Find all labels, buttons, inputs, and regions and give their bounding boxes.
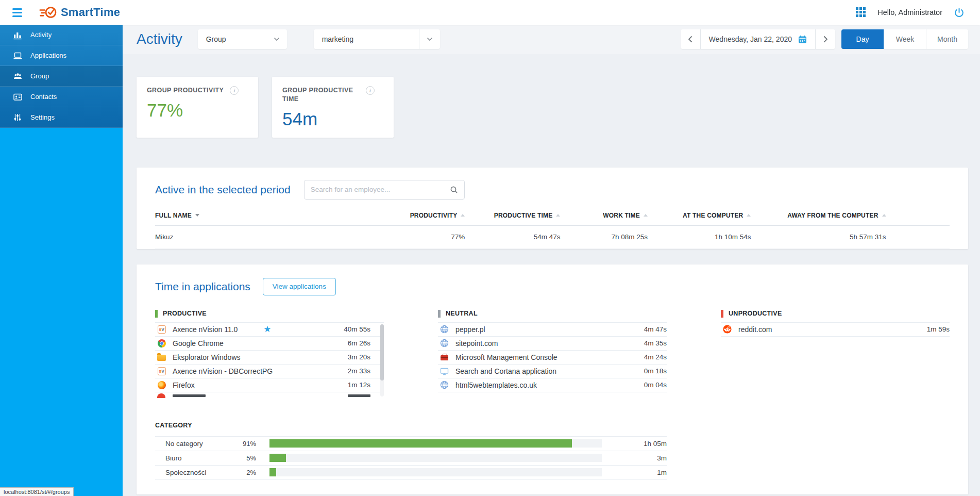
globe-icon [440,339,449,348]
next-day-button[interactable] [816,29,835,49]
calendar-icon[interactable] [798,35,807,44]
app-row[interactable]: Eksplorator Windows 3m 20s [155,351,384,365]
column-header-full-name[interactable]: FULL NAME [155,205,362,226]
info-icon[interactable]: i [366,86,375,95]
employees-table: FULL NAME PRODUCTIVITY PRODUCTIVE TIME W… [155,205,950,249]
sidebar-item-label: Contacts [30,93,57,101]
kpi-card-group-productivity: GROUP PRODUCTIVITY i 77% [137,77,258,138]
app-row[interactable]: sitepoint.com 4m 35s [438,337,667,351]
search-input[interactable] [311,186,450,193]
scope-select-value: Group [198,35,266,43]
brand-name: SmartTime [61,6,120,19]
info-icon[interactable]: i [230,86,239,95]
sort-asc-icon [556,214,560,217]
table-row[interactable]: Mikuz77%54m 47s7h 08m 25s1h 10m 54s5h 57… [155,225,950,249]
apps-grid-icon[interactable] [856,7,866,18]
category-bar [269,439,602,448]
scrollbar[interactable] [380,324,384,396]
sidebar-menu: Activity Applications Group Contacts Set… [0,25,123,128]
table-header-row: FULL NAME PRODUCTIVITY PRODUCTIVE TIME W… [155,205,950,226]
app-row[interactable]: Google Chrome 6m 26s [155,337,384,351]
sidebar-item-activity[interactable]: Activity [0,25,123,45]
active-period-card: Active in the selected period FULL NAME … [137,168,968,249]
view-toggle: DayWeekMonth [841,29,968,49]
favorite-star-icon[interactable]: ★ [263,325,271,334]
category-label: Biuro [155,454,227,462]
column-header-at-the-computer[interactable]: AT THE COMPUTER [648,205,751,226]
logout-power-icon[interactable] [954,7,965,18]
previous-day-button[interactable] [681,29,700,49]
sidebar-item-contacts[interactable]: Contacts [0,87,123,107]
app-row[interactable]: Search and Cortana application 0m 18s [438,365,667,378]
category-bar-fill [269,468,276,476]
folder-icon [157,353,166,361]
date-picker-field[interactable]: Wednesday, Jan 22, 2020 [700,29,816,49]
kpi-value: 77% [147,100,248,121]
search-icon[interactable] [450,186,458,194]
app-time: 1m 12s [348,381,370,389]
column-label: AT THE COMPUTER [683,212,743,219]
date-navigation: Wednesday, Jan 22, 2020 [681,29,835,49]
view-month-button[interactable]: Month [926,29,968,49]
group-accent-bar [721,310,723,318]
app-list: nV Axence nVision 11.0 ★ 40m 55s Google … [155,323,384,398]
hamburger-menu-icon[interactable] [7,3,27,22]
status-url-tooltip: localhost:8081/st/#/groups [0,487,74,496]
app-time: 1m 59s [927,325,950,333]
category-section: CATEGORY No category 91% 1h 05m Biuro 5%… [155,422,667,480]
applications-icon [12,51,23,61]
category-time: 1m [617,469,667,476]
column-label: WORK TIME [603,212,640,219]
category-time: 1h 05m [617,440,667,448]
app-group-unproductive: UNPRODUCTIVE reddit.com 1m 59s [721,310,950,337]
chrome-icon [157,339,166,348]
sidebar-item-label: Activity [30,31,52,39]
column-header-productivity[interactable]: PRODUCTIVITY [362,205,465,226]
column-label: AWAY FROM THE COMPUTER [787,212,878,219]
page-header: Activity Group marketing Wednesday, [137,29,968,49]
app-row[interactable]: Firefox 1m 12s [155,378,384,392]
app-time: 0m 04s [644,381,667,389]
column-header-away-from-the-computer[interactable]: AWAY FROM THE COMPUTER [751,205,886,226]
spacer-cell [886,225,950,249]
app-row[interactable]: nV Axence nVision 11.0 ★ 40m 55s [155,323,384,337]
view-applications-button[interactable]: View applications [263,278,336,295]
app-name: Eksplorator Windows [173,353,241,361]
sidebar-item-group[interactable]: Group [0,66,123,87]
view-week-button[interactable]: Week [884,29,926,49]
column-header-productive-time[interactable]: PRODUCTIVE TIME [465,205,560,226]
app-name: Google Chrome [173,339,224,348]
sidebar-item-label: Applications [30,52,66,59]
app-row[interactable]: html5webtemplates.co.uk 0m 04s [438,378,667,392]
smarttime-logo-icon [39,5,58,20]
scope-select[interactable]: Group [198,29,287,49]
sort-desc-icon [195,214,199,217]
sidebar-item-label: Settings [30,113,55,121]
group-accent-bar [438,310,441,318]
app-row[interactable]: nV Axence nVision - DBCorrectPG 2m 33s [155,365,384,378]
nvision-icon: nV [157,367,166,375]
group-header: PRODUCTIVE [155,310,384,323]
cell-at-the-computer: 1h 10m 54s [648,225,751,249]
app-list: reddit.com 1m 59s [721,323,950,337]
app-row[interactable]: pepper.pl 4m 47s [438,323,667,337]
app-time: 4m 35s [644,339,667,347]
group-title: PRODUCTIVE [163,310,207,317]
page-header-band: Activity Group marketing Wednesday, [123,25,980,54]
app-row[interactable]: Microsoft Management Console 4m 24s [438,351,667,365]
sidebar-item-applications[interactable]: Applications [0,45,123,66]
sort-asc-icon [644,214,648,217]
view-day-button[interactable]: Day [841,29,884,49]
target-select[interactable]: marketing [314,29,440,49]
chevron-down-icon [266,37,287,41]
column-label: PRODUCTIVITY [410,212,458,219]
scrollbar-thumb[interactable] [380,324,384,381]
sidebar-item-settings[interactable]: Settings [0,107,123,128]
category-rows: No category 91% 1h 05m Biuro 5% 3m Społe… [155,437,667,480]
cell-productivity: 77% [362,225,465,249]
app-row[interactable]: reddit.com 1m 59s [721,323,950,337]
monitor-icon [440,367,449,375]
app-name: Axence nVision 11.0 [173,325,238,334]
column-header-work-time[interactable]: WORK TIME [560,205,648,226]
category-percent: 5% [227,454,256,462]
